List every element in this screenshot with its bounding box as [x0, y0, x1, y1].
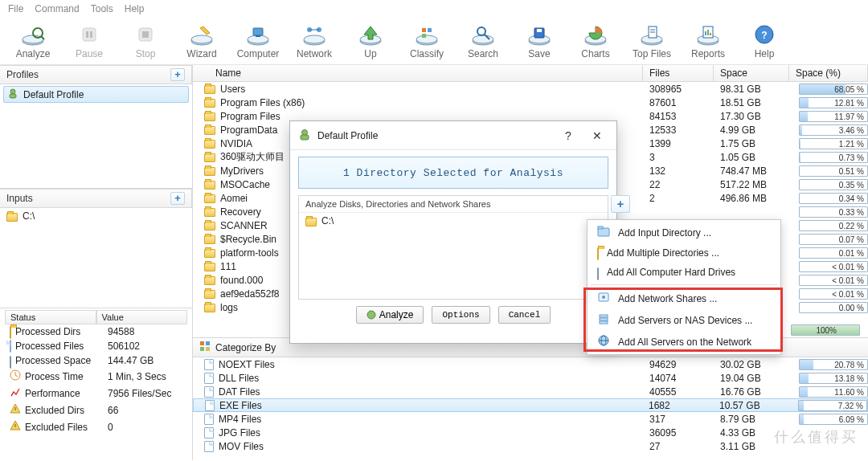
svg-rect-46 [707, 30, 709, 35]
cat-files: 94629 [643, 359, 714, 370]
menu-command[interactable]: Command [35, 3, 79, 14]
dir-name: logs [220, 302, 238, 313]
toolbar-label: Up [364, 48, 376, 59]
dialog-add-input-button[interactable]: + [611, 195, 630, 213]
file-icon [204, 359, 214, 370]
toolbar-save-button[interactable]: Save [511, 21, 567, 63]
menu-item[interactable]: Add Servers or NAS Devices ... [589, 309, 779, 331]
toolbar-label: Charts [581, 48, 609, 59]
status-value: 144.47 GB [103, 354, 187, 367]
toolbar-topfiles-button[interactable]: Top Files [624, 21, 680, 63]
menu-item[interactable]: Add All Servers on the Network [589, 331, 779, 353]
menu-help[interactable]: Help [125, 3, 145, 14]
pct-bar: 0.73 % [799, 152, 868, 163]
status-key: Processed Files [15, 341, 84, 352]
menu-item-label: Add Multiple Directories ... [607, 247, 719, 259]
dir-name: Aomei [220, 193, 248, 204]
menu-item[interactable]: Add All Computer Hard Drives [589, 263, 779, 282]
folder-icon [10, 326, 11, 337]
col-space[interactable]: Space [714, 65, 789, 81]
category-row[interactable]: DLL Files 14074 19.04 GB 13.18 % [193, 371, 868, 385]
svg-rect-26 [422, 34, 426, 38]
dialog-input-item[interactable]: C:\ [299, 213, 608, 229]
toolbar-network-button[interactable]: Network [286, 21, 342, 63]
category-row[interactable]: MP4 Files 317 8.79 GB 6.09 % [193, 412, 868, 426]
add-profile-button[interactable]: + [170, 68, 185, 81]
profile-item-default[interactable]: Default Profile [3, 86, 189, 103]
toolbar-help-button[interactable]: ? Help [736, 21, 792, 63]
menu-separator [591, 284, 777, 285]
category-row[interactable]: MOV Files 27 3.11 GB [193, 439, 868, 453]
dir-row[interactable]: Users 308965 98.31 GB 68.05 % [193, 82, 868, 96]
svg-rect-69 [600, 318, 608, 320]
dir-files: 132 [643, 165, 714, 177]
cancel-button[interactable]: Cancel [498, 306, 551, 324]
svg-rect-13 [253, 28, 263, 35]
dir-space: 1.05 GB [714, 152, 789, 163]
col-space-pct[interactable]: Space (%) [789, 65, 868, 81]
col-files[interactable]: Files [643, 65, 714, 81]
help-icon: ? [750, 22, 779, 47]
menu-file[interactable]: File [8, 3, 23, 14]
cat-files: 40555 [643, 386, 714, 398]
category-row[interactable]: DAT Files 40555 16.76 GB 11.60 % [193, 385, 868, 398]
analyze-icon [18, 22, 47, 47]
pct-bar: 0.35 % [799, 179, 868, 190]
svg-rect-5 [86, 31, 88, 38]
status-row: Processed Files 506102 [5, 339, 187, 353]
profile-icon [7, 88, 18, 101]
folder-icon [204, 208, 215, 217]
toolbar-label: Analyze [16, 48, 51, 59]
analyze-button[interactable]: Analyze [356, 306, 424, 324]
cat-name: MOV Files [219, 441, 264, 452]
category-row[interactable]: JPG Files 36095 4.33 GB [193, 426, 868, 439]
toolbar-charts-button[interactable]: Charts [567, 21, 624, 63]
cat-name: MP4 Files [219, 414, 261, 425]
svg-point-50 [10, 89, 15, 94]
pct-bar: 0.51 % [799, 165, 868, 177]
svg-rect-24 [422, 28, 426, 32]
svg-rect-65 [598, 226, 603, 229]
menu-item[interactable]: Add Network Shares ... [589, 288, 779, 309]
toolbar-wizard-button[interactable]: Wizard [174, 21, 230, 63]
profile-dialog: Default Profile ? ✕ 1 Directory Selected… [289, 120, 617, 344]
category-row[interactable]: NOEXT Files 94629 30.02 GB 20.78 % [193, 357, 868, 371]
pct-bar: 0.01 % [799, 247, 868, 259]
status-key: Processed Space [15, 355, 91, 366]
toolbar: Analyze Pause Stop Wizard Computer Netwo… [0, 18, 868, 65]
hdd-icon [10, 355, 11, 366]
col-name[interactable]: Name [193, 65, 643, 81]
dir-space: 496.86 MB [714, 193, 789, 204]
folder-icon [204, 112, 215, 121]
toolbar-search-button[interactable]: Search [455, 21, 511, 63]
pct-bar: 3.46 % [799, 124, 868, 136]
svg-point-28 [473, 35, 493, 43]
status-panel: Status Value Processed Dirs 94588 Proces… [0, 308, 192, 460]
add-input-menu: Add Input Directory ... Add Multiple Dir… [587, 219, 781, 355]
toolbar-analyze-button[interactable]: Analyze [5, 21, 61, 63]
status-key: Excluded Files [25, 422, 88, 433]
dialog-help-button[interactable]: ? [557, 129, 579, 142]
svg-point-23 [416, 35, 437, 43]
status-row: Performance 7956 Files/Sec [5, 385, 187, 402]
toolbar-reports-button[interactable]: Reports [680, 21, 736, 63]
toolbar-computer-button[interactable]: Computer [230, 21, 286, 63]
status-key: Processed Dirs [15, 326, 80, 337]
toolbar-up-button[interactable]: Up [342, 21, 399, 63]
dialog-banner: 1 Directory Selected for Analysis [298, 157, 608, 189]
input-item-c[interactable]: C:\ [3, 210, 189, 222]
dialog-close-button[interactable]: ✕ [586, 129, 608, 142]
category-row[interactable]: EXE Files 1682 10.57 GB 7.32 % [193, 398, 868, 412]
cat-name: NOEXT Files [219, 359, 275, 370]
status-row: Process Time 1 Min, 3 Secs [5, 368, 187, 385]
menu-item[interactable]: Add Multiple Directories ... [589, 243, 779, 263]
add-input-button[interactable]: + [170, 192, 185, 205]
folder-icon [204, 99, 215, 108]
menu-item[interactable]: Add Input Directory ... [589, 222, 779, 243]
options-button[interactable]: Options [432, 306, 489, 324]
status-value: 7956 Files/Sec [103, 386, 187, 401]
toolbar-classify-button[interactable]: Classify [399, 21, 455, 63]
menu-tools[interactable]: Tools [91, 3, 113, 14]
dir-row[interactable]: Program Files (x86) 87601 18.51 GB 12.81… [193, 96, 868, 109]
charts-icon [581, 22, 610, 47]
